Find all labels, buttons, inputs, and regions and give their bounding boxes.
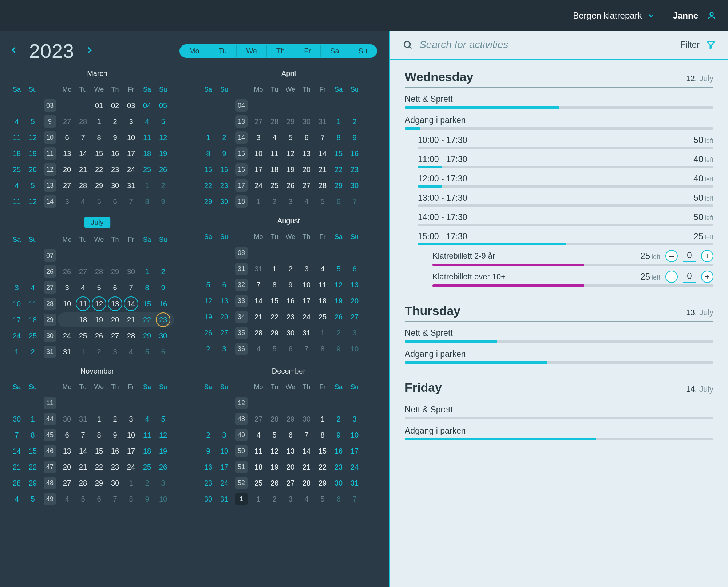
calendar-day[interactable]: 5: [91, 280, 107, 296]
calendar-day[interactable]: 1: [331, 113, 347, 129]
calendar-day[interactable]: 3: [123, 411, 139, 427]
time-slot[interactable]: 13:00 - 17:3050left: [405, 193, 713, 207]
calendar-day[interactable]: 20: [107, 312, 123, 328]
calendar-day[interactable]: 23: [107, 459, 123, 475]
calendar-day[interactable]: 6: [282, 341, 298, 357]
calendar-day[interactable]: 13: [59, 443, 75, 459]
calendar-day[interactable]: 11: [9, 193, 25, 209]
calendar-day[interactable]: 2: [25, 344, 41, 360]
calendar-day[interactable]: 9: [347, 129, 363, 145]
calendar-day[interactable]: 7: [75, 129, 91, 145]
calendar-day[interactable]: 31: [216, 491, 232, 507]
calendar-day[interactable]: 20: [347, 293, 363, 309]
calendar-day[interactable]: 16: [216, 161, 232, 177]
calendar-day[interactable]: 15: [314, 443, 331, 459]
calendar-day[interactable]: 25: [266, 177, 282, 193]
calendar-day[interactable]: 30: [123, 264, 139, 280]
calendar-day[interactable]: 22: [200, 177, 216, 193]
calendar-day[interactable]: 13: [216, 293, 232, 309]
calendar-day[interactable]: 4: [298, 491, 314, 507]
calendar-day[interactable]: 27: [250, 113, 266, 129]
calendar-day[interactable]: 2: [139, 475, 155, 491]
calendar-day[interactable]: 27: [347, 309, 363, 325]
calendar-day[interactable]: 27: [250, 411, 266, 427]
activity[interactable]: Nett & Sprett: [405, 328, 713, 343]
calendar-day[interactable]: 27: [59, 177, 75, 193]
calendar-day[interactable]: 6: [91, 491, 107, 507]
calendar-day[interactable]: 27: [216, 325, 232, 341]
calendar-day[interactable]: 3: [107, 344, 123, 360]
calendar-day[interactable]: 9: [155, 193, 171, 209]
calendar-day[interactable]: 5: [139, 344, 155, 360]
calendar-day[interactable]: 21: [75, 459, 91, 475]
calendar-day[interactable]: 7: [123, 280, 139, 296]
calendar-day[interactable]: 10: [298, 277, 314, 293]
calendar-day[interactable]: 26: [25, 161, 41, 177]
calendar-day[interactable]: 21: [75, 161, 91, 177]
search-input[interactable]: [419, 39, 674, 51]
calendar-day[interactable]: 28: [298, 475, 314, 491]
calendar-day[interactable]: 27: [282, 475, 298, 491]
calendar-day[interactable]: 13: [298, 145, 314, 161]
calendar-day[interactable]: 23: [155, 312, 171, 328]
calendar-day[interactable]: 20: [298, 161, 314, 177]
calendar-day[interactable]: 27: [107, 328, 123, 344]
calendar-day[interactable]: 2: [266, 491, 282, 507]
calendar-day[interactable]: 7: [250, 277, 266, 293]
calendar-day[interactable]: 13: [59, 145, 75, 161]
calendar-day[interactable]: 23: [331, 459, 347, 475]
calendar-day[interactable]: 31: [75, 411, 91, 427]
calendar-day[interactable]: 1: [75, 344, 91, 360]
calendar-day[interactable]: 16: [155, 296, 171, 312]
calendar-day[interactable]: 21: [250, 309, 266, 325]
calendar-day[interactable]: 15: [200, 161, 216, 177]
calendar-day[interactable]: 29: [282, 411, 298, 427]
calendar-day[interactable]: 1: [266, 261, 282, 277]
filter-icon[interactable]: [706, 40, 716, 49]
calendar-day[interactable]: 03: [123, 97, 139, 113]
calendar-day[interactable]: 18: [25, 312, 41, 328]
calendar-day[interactable]: 19: [200, 309, 216, 325]
calendar-day[interactable]: 4: [25, 280, 41, 296]
calendar-day[interactable]: 31: [298, 325, 314, 341]
calendar-day[interactable]: 17: [123, 443, 139, 459]
dow-pill[interactable]: Fr: [294, 45, 320, 57]
calendar-day[interactable]: 3: [282, 193, 298, 209]
time-slot[interactable]: 10:00 - 17:3050left: [405, 135, 713, 149]
calendar-day[interactable]: 4: [59, 491, 75, 507]
calendar-day[interactable]: 7: [347, 491, 363, 507]
calendar-day[interactable]: 25: [139, 459, 155, 475]
calendar-day[interactable]: 9: [200, 443, 216, 459]
calendar-day[interactable]: 5: [91, 193, 107, 209]
calendar-day[interactable]: 5: [314, 491, 331, 507]
calendar-day[interactable]: 6: [107, 280, 123, 296]
calendar-day[interactable]: 26: [282, 177, 298, 193]
calendar-day[interactable]: 1: [91, 113, 107, 129]
calendar-day[interactable]: 30: [216, 193, 232, 209]
calendar-day[interactable]: 17: [250, 161, 266, 177]
calendar-day[interactable]: 28: [75, 113, 91, 129]
calendar-day[interactable]: 22: [314, 459, 331, 475]
calendar-day[interactable]: 21: [314, 161, 331, 177]
calendar-day[interactable]: 30: [282, 325, 298, 341]
calendar-day[interactable]: 8: [266, 277, 282, 293]
calendar-day[interactable]: 4: [9, 491, 25, 507]
calendar-day[interactable]: 3: [282, 491, 298, 507]
calendar-day[interactable]: 4: [139, 411, 155, 427]
calendar-day[interactable]: 3: [9, 280, 25, 296]
calendar-day[interactable]: 3: [59, 193, 75, 209]
calendar-day[interactable]: 18: [266, 161, 282, 177]
calendar-day[interactable]: 3: [347, 411, 363, 427]
calendar-day[interactable]: 19: [155, 443, 171, 459]
calendar-day[interactable]: 26: [155, 161, 171, 177]
calendar-day[interactable]: 12: [25, 129, 41, 145]
next-year-button[interactable]: [84, 45, 95, 57]
calendar-day[interactable]: 6: [331, 193, 347, 209]
calendar-day[interactable]: 10: [155, 491, 171, 507]
calendar-day[interactable]: 15: [139, 296, 155, 312]
calendar-day[interactable]: 30: [59, 411, 75, 427]
dow-pill[interactable]: Sa: [320, 45, 348, 57]
calendar-day[interactable]: 8: [314, 341, 331, 357]
user-name[interactable]: Janne: [673, 11, 698, 21]
calendar-day[interactable]: 29: [91, 475, 107, 491]
